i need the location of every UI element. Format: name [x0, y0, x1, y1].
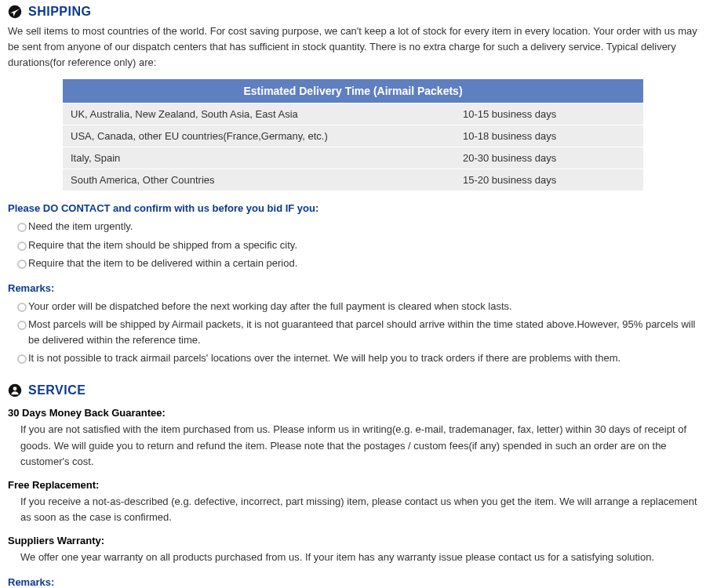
list-item: Require that the item should be shipped … — [19, 238, 698, 253]
list-item: Require that the item to be delivered wi… — [19, 256, 698, 271]
service-header: SERVICE — [8, 383, 698, 397]
shipping-header: SHIPPING — [8, 5, 698, 19]
globe-plane-icon — [8, 5, 22, 19]
list-item: It is not possible to track airmail parc… — [19, 350, 698, 366]
svg-point-2 — [13, 387, 17, 391]
time-cell: 10-18 business days — [455, 125, 643, 147]
contact-list: Need the item urgently. Require that the… — [8, 219, 698, 270]
region-cell: South America, Other Countries — [63, 169, 455, 191]
table-row: Italy, Spain 20-30 business days — [63, 147, 643, 169]
free-replacement-text: If you receive a not-as-described (e.g. … — [8, 494, 698, 525]
time-cell: 20-30 business days — [455, 147, 643, 169]
warranty-heading: Suppliers Warranty: — [8, 535, 698, 546]
contact-heading: Please DO CONTACT and confirm with us be… — [8, 202, 698, 214]
region-cell: UK, Australia, New Zealand, South Asia, … — [63, 103, 455, 125]
shipping-remarks-list: Your order will be dispatched before the… — [8, 299, 698, 367]
shipping-title: SHIPPING — [28, 5, 91, 19]
service-person-icon — [8, 383, 22, 397]
shipping-remarks-heading: Remarks: — [8, 282, 698, 294]
table-row: South America, Other Countries 15-20 bus… — [63, 169, 643, 191]
time-cell: 15-20 business days — [455, 169, 643, 191]
money-back-text: If you are not satisfied with the item p… — [8, 422, 698, 469]
warranty-text: We offer one year warranty on all produc… — [8, 550, 698, 565]
service-title: SERVICE — [28, 383, 86, 397]
list-item: Need the item urgently. — [19, 219, 698, 234]
delivery-time-table: Estimated Delivery Time (Airmail Packets… — [63, 78, 643, 191]
service-remarks-heading: Remarks: — [8, 576, 698, 588]
region-cell: USA, Canada, other EU countries(France,G… — [63, 125, 455, 147]
region-cell: Italy, Spain — [63, 147, 455, 169]
time-cell: 10-15 business days — [455, 103, 643, 125]
free-replacement-heading: Free Replacement: — [8, 479, 698, 491]
shipping-intro: We sell items to most countries of the w… — [8, 24, 698, 71]
list-item: Most parcels will be shipped by Airmail … — [19, 317, 698, 348]
list-item: Your order will be dispatched before the… — [19, 299, 698, 314]
table-row: USA, Canada, other EU countries(France,G… — [63, 125, 643, 147]
table-row: UK, Australia, New Zealand, South Asia, … — [63, 103, 643, 125]
money-back-heading: 30 Days Money Back Guarantee: — [8, 407, 698, 419]
delivery-table-header: Estimated Delivery Time (Airmail Packets… — [63, 79, 643, 103]
